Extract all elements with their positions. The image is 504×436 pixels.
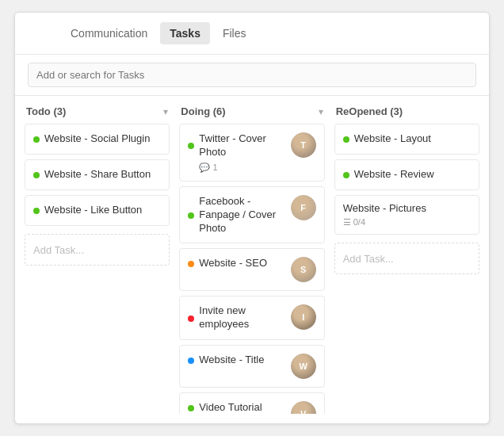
- column-arrow-doing[interactable]: ▾: [319, 106, 323, 117]
- avatar: F: [291, 195, 316, 220]
- search-input[interactable]: [28, 63, 476, 87]
- card-title: Website - Title: [199, 354, 264, 367]
- status-dot: [188, 212, 194, 219]
- avatar-image: V: [291, 401, 316, 414]
- app-container: CommunicationTasksFiles Todo (3)▾Website…: [14, 12, 490, 424]
- card-title: Website - Layout: [354, 132, 431, 146]
- card-title: Website - SEO: [199, 257, 267, 270]
- card-doing-2[interactable]: Website - SEOS: [179, 248, 324, 291]
- avatar: T: [291, 132, 316, 158]
- status-dot: [33, 208, 40, 214]
- card-content: Website - Title: [188, 354, 284, 367]
- card-title: Invite new employees: [199, 304, 284, 331]
- avatar-image: T: [291, 132, 316, 158]
- kanban-board: Todo (3)▾Website - Social PluginWebsite …: [15, 96, 489, 423]
- status-dot: [343, 136, 349, 143]
- card-doing-4[interactable]: Website - TitleW: [179, 345, 324, 388]
- card-content: Video Tutorial☰ 0/1💬 1: [188, 401, 284, 414]
- card-doing-3[interactable]: Invite new employeesI: [179, 296, 324, 340]
- add-task-box-reopened[interactable]: Add Task...: [334, 243, 479, 274]
- column-doing: Doing (6)▾Twitter - Cover Photo💬 1TFaceb…: [179, 105, 324, 414]
- card-title: Video Tutorial: [199, 401, 262, 414]
- card-title: Facebook - Fanpage / Cover Photo: [199, 195, 284, 235]
- card-doing-5[interactable]: Video Tutorial☰ 0/1💬 1V: [179, 392, 324, 414]
- card-todo-2[interactable]: Website - Like Button: [25, 195, 170, 226]
- status-dot: [188, 316, 194, 322]
- cards-area-todo: Website - Social PluginWebsite - Share B…: [25, 124, 170, 414]
- card-title: Website - Like Button: [44, 204, 142, 217]
- column-title-doing: Doing (6): [181, 105, 225, 117]
- comment-count: 💬 1: [199, 163, 217, 173]
- nav-tab-communication[interactable]: Communication: [61, 22, 157, 44]
- card-reopened-1[interactable]: Website - Review: [334, 159, 479, 190]
- card-content: Invite new employees: [188, 304, 284, 331]
- nav-tab-files[interactable]: Files: [213, 22, 256, 44]
- column-header-todo: Todo (3)▾: [25, 105, 170, 117]
- card-title: Twitter - Cover Photo: [199, 132, 284, 159]
- card-content: Website - Review: [343, 168, 471, 182]
- card-content: Twitter - Cover Photo💬 1: [188, 132, 284, 173]
- column-arrow-todo[interactable]: ▾: [163, 106, 168, 117]
- card-content: Website - Share Button: [33, 168, 161, 182]
- column-header-reopened: ReOpened (3): [334, 105, 479, 117]
- pictures-title: Website - Pictures: [343, 202, 471, 214]
- card-doing-0[interactable]: Twitter - Cover Photo💬 1T: [179, 124, 324, 182]
- add-task-box-todo[interactable]: Add Task...: [25, 234, 170, 266]
- avatar-image: I: [291, 304, 316, 330]
- card-title: Website - Social Plugin: [44, 132, 150, 146]
- card-title: Website - Review: [354, 168, 434, 182]
- card-content: Website - SEO: [188, 257, 284, 270]
- card-content: Website - Social Plugin: [33, 132, 161, 146]
- add-task-label: Add Task...: [33, 244, 84, 256]
- card-doing-1[interactable]: Facebook - Fanpage / Cover PhotoF: [179, 186, 324, 244]
- status-dot: [33, 136, 40, 143]
- avatar-image: S: [291, 257, 316, 282]
- card-title: Website - Share Button: [44, 168, 151, 182]
- status-dot: [188, 143, 194, 149]
- cards-area-doing: Twitter - Cover Photo💬 1TFacebook - Fanp…: [179, 124, 324, 414]
- card-content: Facebook - Fanpage / Cover Photo: [188, 195, 284, 235]
- card-content: Website - Like Button: [33, 204, 161, 217]
- card-content: Website - Layout: [343, 132, 471, 146]
- column-todo: Todo (3)▾Website - Social PluginWebsite …: [25, 105, 170, 414]
- header: CommunicationTasksFiles: [15, 13, 489, 55]
- status-dot: [188, 358, 194, 364]
- column-header-doing: Doing (6)▾: [179, 105, 324, 117]
- status-dot: [188, 405, 194, 411]
- column-reopened: ReOpened (3)Website - LayoutWebsite - Re…: [334, 105, 479, 414]
- nav-tabs: CommunicationTasksFiles: [61, 22, 256, 44]
- add-task-label: Add Task...: [343, 253, 394, 265]
- status-dot: [343, 172, 349, 178]
- search-bar: [15, 55, 489, 96]
- column-title-todo: Todo (3): [26, 105, 66, 117]
- cards-area-reopened: Website - LayoutWebsite - ReviewWebsite …: [334, 124, 479, 414]
- status-dot: [33, 172, 40, 178]
- card-todo-1[interactable]: Website - Share Button: [25, 159, 170, 190]
- avatar-image: W: [291, 354, 316, 379]
- pictures-checklist: ☰ 0/4: [343, 217, 471, 228]
- card-reopened-0[interactable]: Website - Layout: [334, 124, 479, 155]
- avatar: S: [291, 257, 316, 282]
- avatar-image: F: [291, 195, 316, 220]
- avatar: V: [291, 401, 316, 414]
- status-dot: [188, 261, 194, 267]
- avatar: W: [291, 354, 316, 379]
- avatar: I: [291, 304, 316, 330]
- column-title-reopened: ReOpened (3): [336, 105, 403, 117]
- card-todo-0[interactable]: Website - Social Plugin: [25, 124, 170, 155]
- pictures-card[interactable]: Website - Pictures☰ 0/4: [334, 195, 479, 235]
- nav-tab-tasks[interactable]: Tasks: [160, 22, 210, 44]
